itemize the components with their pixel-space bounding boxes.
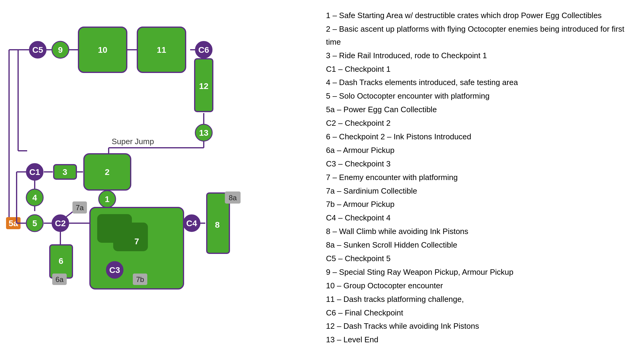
legend-item-2: 3 – Ride Rail Introduced, rode to Checkp…	[326, 49, 636, 62]
legend-item-11: 7 – Enemy encounter with platforming	[326, 171, 636, 184]
legend-item-0: 1 – Safe Starting Area w/ destructible c…	[326, 9, 636, 22]
svg-text:12: 12	[199, 81, 208, 91]
svg-text:Super Jump: Super Jump	[112, 137, 154, 146]
svg-text:7: 7	[134, 237, 139, 246]
legend-item-6: 5a – Power Egg Can Collectible	[326, 103, 636, 116]
svg-text:C1: C1	[29, 167, 40, 177]
svg-text:C2: C2	[55, 219, 66, 228]
diagram-area: C5 9 10 11 C6 12 13 Super Jump C1	[0, 0, 320, 364]
legend-item-15: 8 – Wall Climb while avoiding Ink Piston…	[326, 225, 636, 238]
legend-item-19: 10 – Group Octocopter encounter	[326, 279, 636, 292]
legend-item-14: C4 – Checkpoint 4	[326, 211, 636, 224]
legend-item-12: 7a – Sardinium Collectible	[326, 185, 636, 198]
legend-item-22: 12 – Dash Tracks while avoiding Ink Pist…	[326, 320, 636, 333]
svg-text:5: 5	[32, 219, 37, 228]
svg-text:7b: 7b	[136, 275, 144, 283]
svg-text:8: 8	[215, 220, 220, 229]
legend-item-1: 2 – Basic ascent up platforms with flyin…	[326, 23, 636, 49]
legend-item-10: C3 – Checkpoint 3	[326, 157, 636, 170]
svg-text:10: 10	[98, 45, 107, 55]
svg-text:C3: C3	[109, 265, 120, 275]
svg-text:8a: 8a	[229, 194, 237, 202]
legend-item-16: 8a – Sunken Scroll Hidden Collectible	[326, 239, 636, 252]
legend-item-5: 5 – Solo Octocopter encounter with platf…	[326, 90, 636, 103]
legend-item-23: 13 – Level End	[326, 333, 636, 346]
legend-item-17: C5 – Checkpoint 5	[326, 252, 636, 265]
legend-item-21: C6 – Final Checkpoint	[326, 306, 636, 319]
legend-area: 1 – Safe Starting Area w/ destructible c…	[320, 0, 642, 364]
svg-rect-70	[113, 223, 148, 251]
svg-text:C6: C6	[198, 45, 209, 55]
legend-item-4: 4 – Dash Tracks elements introduced, saf…	[326, 76, 636, 89]
svg-text:7a: 7a	[76, 204, 84, 212]
svg-text:13: 13	[199, 128, 208, 138]
svg-text:1: 1	[105, 195, 110, 204]
legend-item-20: 11 – Dash tracks platforming challenge,	[326, 293, 636, 306]
legend-item-9: 6a – Armour Pickup	[326, 144, 636, 157]
svg-text:4: 4	[32, 193, 37, 202]
svg-text:C4: C4	[186, 219, 197, 228]
svg-text:11: 11	[157, 45, 166, 55]
legend-item-13: 7b – Armour Pickup	[326, 198, 636, 211]
svg-text:3: 3	[62, 167, 67, 177]
svg-text:2: 2	[105, 167, 110, 177]
svg-text:6a: 6a	[56, 275, 64, 283]
legend-item-8: 6 – Checkpoint 2 – Ink Pistons Introduce…	[326, 130, 636, 143]
legend-item-3: C1 – Checkpoint 1	[326, 63, 636, 76]
legend-list: 1 – Safe Starting Area w/ destructible c…	[326, 9, 636, 346]
svg-text:9: 9	[58, 45, 63, 55]
svg-text:C5: C5	[32, 45, 43, 55]
svg-text:6: 6	[59, 256, 63, 266]
legend-item-7: C2 – Checkpoint 2	[326, 117, 636, 130]
legend-item-18: 9 – Special Sting Ray Weapon Pickup, Arm…	[326, 266, 636, 279]
